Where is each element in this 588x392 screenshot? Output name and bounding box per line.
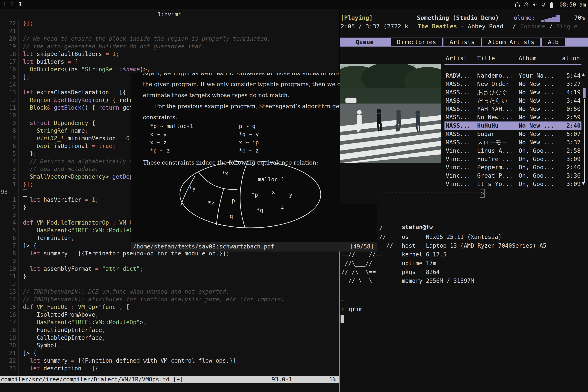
code-line: 10 [0, 112, 23, 120]
playlist-row[interactable]: Vinc...Linus A...Oh, Goo...2:58 [444, 146, 582, 155]
scroll-down-icon[interactable]: ▼ [582, 180, 585, 186]
code-token: , [57, 342, 61, 349]
code-token: isOptional [54, 143, 92, 150]
tab-alb[interactable]: Alb [542, 38, 564, 46]
scrollbar-track[interactable] [584, 99, 585, 183]
playlist-row[interactable]: MASS...あさひなぐNo New ...4:19 [444, 88, 582, 96]
playlist-row[interactable]: MASS...YAH YAH...No New ...0:50 [444, 105, 582, 113]
workspace-2[interactable]: 2 [10, 1, 14, 8]
line-number: 2 [0, 173, 23, 180]
code-token: bool [36, 143, 54, 150]
shell-command-input[interactable]: grim [349, 306, 362, 312]
tab-album-artists[interactable]: Album Artists [482, 38, 540, 46]
line-number: 9 [0, 257, 23, 265]
code-line: 15def VM_FuncOp : VM_Op<"func", [ [0, 303, 130, 311]
line-number: 6 [0, 234, 23, 242]
tab-queue[interactable]: Queue [340, 38, 390, 46]
column-album[interactable]: Album [518, 55, 536, 62]
code-token: [{Function defined with VM control flow … [78, 357, 236, 364]
volume-stairs-icon[interactable] [541, 15, 561, 22]
line-number: 1 [0, 181, 23, 188]
venn-label: z [281, 204, 284, 210]
venn-label: x [272, 189, 275, 195]
code-token: SmallVector [30, 173, 68, 180]
tab-directories[interactable]: Directories [391, 38, 442, 46]
code-token: "StringRef" [82, 66, 119, 73]
code-token: = [92, 143, 98, 150]
music-player-window[interactable]: [Playing] Something (Studio Demo) olume:… [340, 10, 588, 204]
bell-off-icon [524, 2, 529, 8]
code-line: 17let builders = [ [0, 58, 78, 66]
code-token: HasParent [36, 227, 68, 234]
code-token: , [95, 311, 98, 318]
code-token: , [102, 327, 106, 334]
line-number: 5 [0, 226, 23, 234]
clock: 08:50 am [560, 2, 586, 8]
player-tab-bar: QueueDirectoriesArtistsAlbum ArtistsAlb [340, 38, 588, 46]
statusline-percent: 1% [329, 376, 336, 383]
desktop: 1:nvim* 22}];2120// We need to ensure th… [0, 0, 588, 392]
code-token: = [68, 58, 74, 65]
playlist-row[interactable]: Vinc...Great P...Oh, Goo...3:36 [444, 172, 582, 180]
playlist-row[interactable]: Vinc...Pepperm...Oh, Goo...2:40 [444, 163, 582, 172]
shell-terminal-window[interactable]: / // // ==// //== //\___// // /\ \== // … [340, 204, 588, 392]
line-number: 93 [0, 188, 23, 196]
code-token: struct [30, 120, 54, 126]
code-line: 18 FunctionOpInterface, [0, 326, 106, 334]
code-token: )> [140, 66, 147, 73]
code-token: = [71, 357, 78, 364]
progress-bar-elapsed[interactable]: ---------------------------- [380, 189, 480, 196]
progress-bar-head[interactable]: > [480, 189, 485, 198]
code-token: let [23, 89, 36, 96]
playlist-row-selected[interactable]: MASS...HuHuHuNo New ...2:40 [444, 122, 582, 130]
code-token: Terminator [23, 234, 71, 241]
playlist-row[interactable]: MASS...SugarNo New ...5:07 [444, 130, 582, 138]
line-number: 9 [0, 119, 23, 127]
consume-toggle[interactable]: Consume [520, 23, 545, 30]
column-artist[interactable]: Artist [446, 55, 467, 62]
playlist-row[interactable]: MASS...スローモーNo New ...3:37 [444, 138, 582, 146]
scroll-up-icon[interactable]: ▲ [582, 72, 585, 77]
single-toggle[interactable]: Single [556, 23, 578, 30]
code-token: < [68, 227, 71, 234]
column-duration[interactable]: ation [562, 55, 580, 62]
workspace-1[interactable]: 1 [3, 1, 6, 8]
code-token: : [71, 304, 78, 310]
track-artist: The Beatles [418, 23, 457, 30]
code-line: 14 [0, 81, 23, 88]
progress-bar-remaining[interactable] [489, 193, 587, 193]
workspace-3[interactable]: 3 [18, 1, 22, 8]
playlist-row[interactable]: Vinc...You're ...Oh, Goo...3:09 [444, 155, 582, 163]
code-line: 2} [0, 204, 26, 211]
scrollbar-thumb[interactable] [583, 88, 586, 98]
code-token: uint32_t [36, 135, 68, 142]
line-number: 3 [0, 211, 23, 219]
code-line: 5 HasParent<"IREE::VM::ModuleOp">, [0, 226, 147, 234]
code-line: 3 // ops and metadata. [0, 165, 98, 173]
code-token: 1 [92, 196, 95, 203]
code-line: 21]> { [0, 349, 36, 357]
code-token: }]; [23, 20, 33, 27]
line-number: 21 [0, 27, 23, 35]
code-token: 0 [126, 135, 130, 142]
code-token: builders [36, 58, 68, 65]
line-number: 20 [0, 35, 23, 42]
playlist-row[interactable]: MASS...No New ...No New ...2:59 [444, 113, 582, 122]
line-number: 11 [0, 272, 23, 280]
code-token: summary [44, 250, 71, 257]
line-number: 18 [0, 50, 23, 58]
playlist-row[interactable]: MASS...だったらいNo New ...3:44 [444, 96, 582, 105]
column-title[interactable]: Title [477, 55, 495, 62]
playlist-row[interactable]: Vinc...It's Yo...Oh, Goo...3:09 [444, 180, 582, 188]
code-token: getBlock [54, 104, 82, 111]
playlist-row[interactable]: MASS...New OrderNo New ...3:27 [444, 80, 582, 88]
code-token: let [30, 365, 44, 372]
tab-artists[interactable]: Artists [444, 38, 480, 46]
line-number: 16 [0, 66, 23, 73]
code-token: ; [95, 196, 98, 203]
fastfetch-user-host: stefan@fw [402, 224, 433, 230]
code-token: hasVerifier [44, 196, 85, 203]
code-token: true [98, 143, 112, 150]
playlist-row[interactable]: RADW...Nandemo...Your Na...5:44 [444, 72, 582, 80]
code-token: // TODO(benvanik): attributes for functi… [23, 296, 288, 303]
